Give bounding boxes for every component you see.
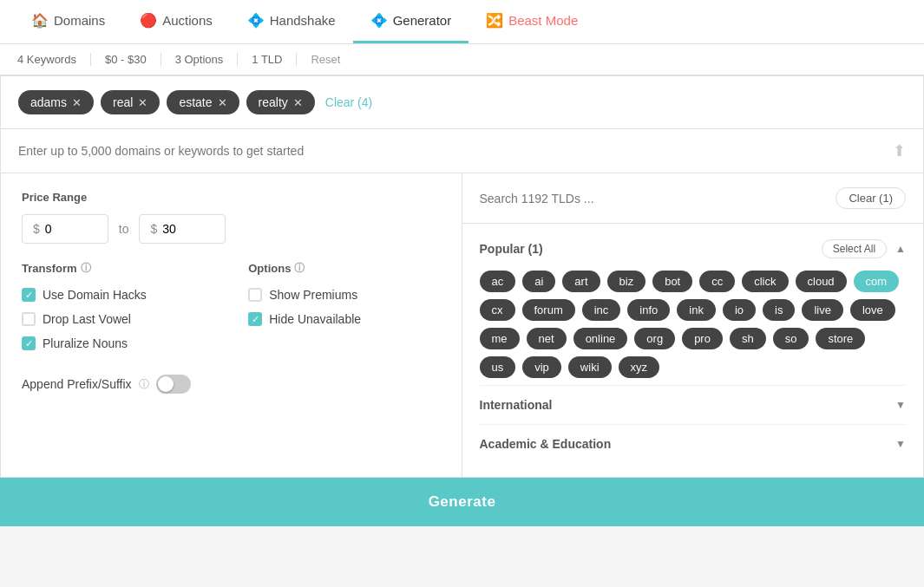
cb-hide-unavailable[interactable]: ✓ Hide Unavailable <box>248 312 440 326</box>
keyword-text-estate: estate <box>179 95 212 109</box>
right-panel: Clear (1) Popular (1) Select All ▲ ac ai <box>462 173 924 477</box>
options-label: Options <box>248 262 291 275</box>
keyword-tag-realty: realty ✕ <box>246 90 315 114</box>
left-panel: Price Range $ to $ Transform ⓘ <box>1 173 462 477</box>
tld-click[interactable]: click <box>742 271 788 292</box>
cb-use-domain-hacks[interactable]: ✓ Use Domain Hacks <box>22 288 213 302</box>
tld-biz[interactable]: biz <box>607 271 646 292</box>
keyword-remove-real[interactable]: ✕ <box>138 96 147 109</box>
transform-info-icon[interactable]: ⓘ <box>81 261 91 276</box>
tld-bot[interactable]: bot <box>652 271 692 292</box>
keyword-remove-estate[interactable]: ✕ <box>218 96 227 109</box>
price-max-symbol: $ <box>150 222 157 236</box>
tld-academic-title: Academic & Education <box>480 437 612 451</box>
international-chevron-down-icon: ▼ <box>895 399 906 411</box>
filter-keywords: 4 Keywords <box>17 53 91 66</box>
popular-chevron-up-icon: ▲ <box>895 243 906 255</box>
tld-store[interactable]: store <box>816 328 865 349</box>
price-min-symbol: $ <box>33 222 40 236</box>
tld-live[interactable]: live <box>802 299 843 321</box>
cb-pluralize-nouns[interactable]: ✓ Pluralize Nouns <box>22 336 213 350</box>
tld-wiki[interactable]: wiki <box>568 356 612 378</box>
tld-section-academic[interactable]: Academic & Education ▼ <box>480 424 907 463</box>
cb-show-premiums-box[interactable] <box>248 288 262 302</box>
tab-domains[interactable]: 🏠 Domains <box>14 0 122 43</box>
tld-love[interactable]: love <box>850 299 895 321</box>
toggle-knob <box>158 376 174 392</box>
keyword-text-realty: realty <box>259 95 288 109</box>
tld-forum[interactable]: forum <box>522 299 575 321</box>
tld-com[interactable]: com <box>854 271 900 292</box>
tld-inc[interactable]: inc <box>582 299 621 321</box>
cb-use-domain-hacks-box[interactable]: ✓ <box>22 288 36 302</box>
append-row: Append Prefix/Suffix ⓘ <box>22 375 441 394</box>
tab-auctions-label: Auctions <box>162 13 213 28</box>
select-all-button[interactable]: Select All <box>822 239 887 258</box>
tld-art[interactable]: art <box>562 271 600 292</box>
tab-handshake[interactable]: 💠 Handshake <box>230 0 353 43</box>
keywords-area: adams ✕ real ✕ estate ✕ realty ✕ Clear (… <box>1 76 923 129</box>
cb-hide-unavailable-box[interactable]: ✓ <box>248 312 262 326</box>
tld-cx[interactable]: cx <box>480 299 515 321</box>
upload-icon[interactable]: ⬆ <box>893 141 906 160</box>
cb-use-domain-hacks-label: Use Domain Hacks <box>43 288 147 302</box>
cb-drop-last-vowel[interactable]: Drop Last Vowel <box>22 312 213 326</box>
tld-ai[interactable]: ai <box>522 271 555 292</box>
tld-io[interactable]: io <box>723 299 756 321</box>
beast-icon: 🔀 <box>486 12 503 29</box>
tld-popular-tags: ac ai art biz bot cc click cloud com cx … <box>480 271 907 378</box>
tab-generator[interactable]: 💠 Generator <box>353 0 469 43</box>
bottom-panel: Price Range $ to $ Transform ⓘ <box>1 173 923 477</box>
keyword-remove-realty[interactable]: ✕ <box>293 96 303 109</box>
tld-ink[interactable]: ink <box>677 299 716 321</box>
auctions-icon: 🔴 <box>140 12 157 29</box>
tld-sh[interactable]: sh <box>730 328 766 349</box>
cb-pluralize-nouns-box[interactable]: ✓ <box>22 336 36 350</box>
clear-keywords-link[interactable]: Clear (4) <box>325 95 372 109</box>
tab-handshake-label: Handshake <box>270 13 336 28</box>
tld-net[interactable]: net <box>527 328 567 349</box>
options-info-icon[interactable]: ⓘ <box>294 261 305 276</box>
tld-vip[interactable]: vip <box>522 356 561 378</box>
append-info-icon[interactable]: ⓘ <box>139 377 149 392</box>
keyword-remove-adams[interactable]: ✕ <box>72 96 82 109</box>
tld-me[interactable]: me <box>480 328 520 349</box>
tld-so[interactable]: so <box>773 328 809 349</box>
keyword-tag-adams: adams ✕ <box>18 90 94 114</box>
tld-cloud[interactable]: cloud <box>796 271 847 292</box>
academic-chevron-down-icon: ▼ <box>895 438 906 450</box>
price-min-input[interactable] <box>45 222 97 236</box>
tld-cc[interactable]: cc <box>699 271 735 292</box>
tld-search-bar: Clear (1) <box>462 173 924 224</box>
keyword-tag-estate: estate ✕ <box>167 90 239 114</box>
tab-domains-label: Domains <box>54 13 105 28</box>
cb-drop-last-vowel-label: Drop Last Vowel <box>43 312 131 326</box>
append-toggle[interactable] <box>156 375 191 394</box>
reset-link[interactable]: Reset <box>311 53 340 66</box>
domain-input[interactable] <box>18 144 893 158</box>
tld-pro[interactable]: pro <box>682 328 723 349</box>
tld-online[interactable]: online <box>573 328 628 349</box>
options-col: Options ⓘ Show Premiums ✓ Hide Unavailab… <box>248 261 440 361</box>
tab-generator-label: Generator <box>393 13 452 28</box>
tld-section-popular-header[interactable]: Popular (1) Select All ▲ <box>480 234 907 264</box>
tab-beast-mode[interactable]: 🔀 Beast Mode <box>469 0 595 43</box>
tld-clear-button[interactable]: Clear (1) <box>836 187 906 209</box>
tld-us[interactable]: us <box>480 356 516 378</box>
cb-show-premiums[interactable]: Show Premiums <box>248 288 440 302</box>
cb-drop-last-vowel-box[interactable] <box>22 312 36 326</box>
price-to-label: to <box>119 222 129 236</box>
tld-org[interactable]: org <box>634 328 675 349</box>
filter-bar: 4 Keywords $0 - $30 3 Options 1 TLD Rese… <box>0 44 924 75</box>
price-max-input[interactable] <box>162 222 214 236</box>
tld-section-international[interactable]: International ▼ <box>480 385 907 424</box>
tld-ac[interactable]: ac <box>480 271 516 292</box>
tld-info[interactable]: info <box>627 299 670 321</box>
tld-is[interactable]: is <box>763 299 795 321</box>
generate-button[interactable]: Generate <box>0 478 924 526</box>
transform-header: Transform ⓘ <box>22 261 213 276</box>
tab-auctions[interactable]: 🔴 Auctions <box>122 0 230 43</box>
tld-search-input[interactable] <box>480 192 836 205</box>
tld-xyz[interactable]: xyz <box>619 356 660 378</box>
price-min-wrap: $ <box>22 214 108 244</box>
